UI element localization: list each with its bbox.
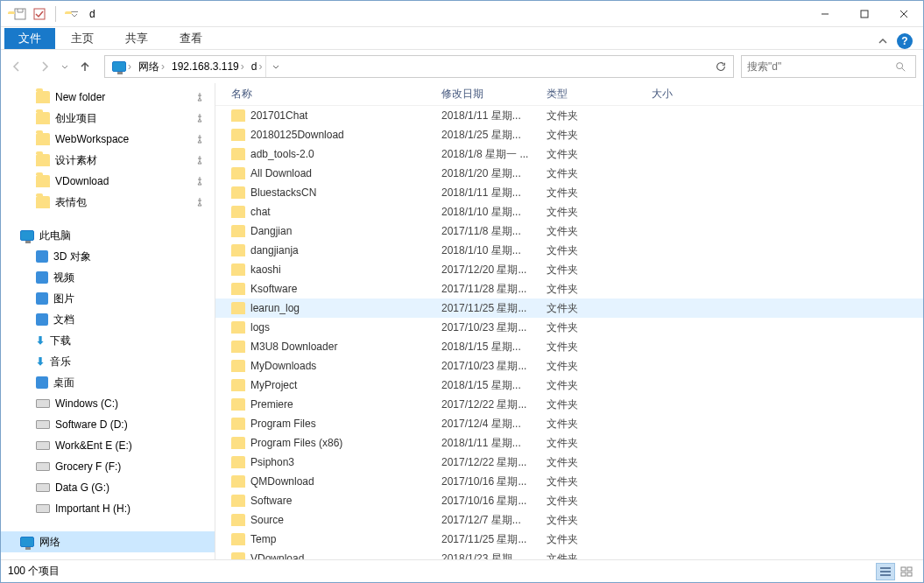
list-item[interactable]: Dangjian2017/11/8 星期...文件夹 <box>215 221 923 241</box>
list-item[interactable]: logs2017/10/23 星期...文件夹 <box>215 318 923 337</box>
list-item[interactable]: Psiphon32017/12/22 星期...文件夹 <box>215 453 923 472</box>
list-item[interactable]: chat2018/1/10 星期...文件夹 <box>215 202 923 221</box>
thispc-item[interactable]: Grocery F (F:) <box>1 456 215 477</box>
folder-icon <box>231 533 245 545</box>
breadcrumb[interactable]: › 网络› 192.168.3.119› d› <box>104 55 734 78</box>
breadcrumb-dropdown-icon[interactable] <box>265 56 285 77</box>
list-item[interactable]: kaoshi2017/12/20 星期...文件夹 <box>215 260 923 279</box>
tab-file[interactable]: 文件 <box>4 28 55 49</box>
list-item[interactable]: Program Files (x86)2018/1/11 星期...文件夹 <box>215 433 923 453</box>
list-item[interactable]: 201701Chat2018/1/11 星期...文件夹 <box>215 106 923 125</box>
up-button[interactable] <box>73 55 97 78</box>
item-label: 此电脑 <box>39 228 71 243</box>
breadcrumb-seg-0[interactable]: 网络› <box>135 56 168 77</box>
thispc-item[interactable]: ⬇下载 <box>1 330 215 351</box>
quickaccess-item[interactable]: 创业项目 <box>1 108 215 129</box>
file-list[interactable]: 名称 修改日期 类型 大小 201701Chat2018/1/11 星期...文… <box>215 83 923 559</box>
searchbox[interactable] <box>741 55 916 78</box>
list-item[interactable]: MyDownloads2017/10/23 星期...文件夹 <box>215 356 923 376</box>
col-type[interactable]: 类型 <box>540 87 645 102</box>
quickaccess-item[interactable]: WebWorkspace <box>1 129 215 150</box>
item-date: 2017/11/25 星期... <box>434 532 540 547</box>
view-icons-button[interactable] <box>897 563 916 580</box>
list-item[interactable]: VDownload2018/1/23 星期...文件夹 <box>215 549 923 559</box>
thispc-item[interactable]: Important H (H:) <box>1 498 215 519</box>
thispc-item[interactable]: 桌面 <box>1 372 215 393</box>
breadcrumb-seg-2[interactable]: d› <box>248 56 266 77</box>
list-item[interactable]: Program Files2017/12/4 星期...文件夹 <box>215 414 923 433</box>
breadcrumb-seg-1[interactable]: 192.168.3.119› <box>168 56 248 77</box>
quickaccess-item[interactable]: VDownload <box>1 171 215 192</box>
list-item[interactable]: QMDownload2017/10/16 星期...文件夹 <box>215 472 923 491</box>
library-icon <box>36 313 48 326</box>
refresh-button[interactable] <box>709 56 733 77</box>
tab-share[interactable]: 共享 <box>109 28 164 49</box>
ribbon-collapse-icon[interactable] <box>878 36 888 46</box>
list-item[interactable]: Source2017/12/7 星期...文件夹 <box>215 510 923 530</box>
item-date: 2018/1/15 星期... <box>434 340 540 355</box>
back-button[interactable] <box>4 55 29 78</box>
item-name: Program Files (x86) <box>250 437 342 449</box>
qat-dropdown-icon[interactable] <box>70 10 79 18</box>
view-details-button[interactable] <box>876 563 895 580</box>
breadcrumb-network-icon[interactable]: › <box>109 56 135 77</box>
statusbar: 100 个项目 <box>1 559 923 582</box>
tab-view[interactable]: 查看 <box>164 28 218 49</box>
forward-button[interactable] <box>32 55 57 78</box>
list-item[interactable]: learun_log2017/11/25 星期...文件夹 <box>215 299 923 318</box>
thispc-item[interactable]: Software D (D:) <box>1 414 215 435</box>
thispc-item[interactable]: Windows (C:) <box>1 393 215 414</box>
qat-check-icon[interactable] <box>32 7 46 21</box>
network-node[interactable]: 网络 <box>1 531 215 552</box>
thispc-item[interactable]: 视频 <box>1 267 215 288</box>
list-item[interactable]: MyProject2018/1/15 星期...文件夹 <box>215 376 923 395</box>
navigation-tree[interactable]: New folder创业项目WebWorkspace设计素材VDownload表… <box>1 83 215 559</box>
this-pc[interactable]: 此电脑 <box>1 225 215 246</box>
item-name: adb_tools-2.0 <box>250 148 314 160</box>
thispc-item[interactable]: 图片 <box>1 288 215 309</box>
list-item[interactable]: M3U8 Downloader2018/1/15 星期...文件夹 <box>215 337 923 356</box>
list-item[interactable]: 20180125Download2018/1/25 星期...文件夹 <box>215 125 923 144</box>
list-item[interactable]: All Download2018/1/20 星期...文件夹 <box>215 164 923 183</box>
help-button[interactable]: ? <box>897 33 913 49</box>
svg-rect-13 <box>907 567 912 571</box>
col-date[interactable]: 修改日期 <box>434 87 540 102</box>
search-icon[interactable] <box>894 60 915 73</box>
thispc-item[interactable]: ⬇音乐 <box>1 351 215 372</box>
thispc-item[interactable]: Work&Ent E (E:) <box>1 435 215 456</box>
maximize-button[interactable] <box>844 1 884 27</box>
network-icon <box>20 537 34 547</box>
list-item[interactable]: Ksoftware2017/11/28 星期...文件夹 <box>215 279 923 299</box>
history-dropdown-icon[interactable] <box>60 62 69 71</box>
minimize-button[interactable] <box>805 1 844 27</box>
folder-icon <box>231 552 245 559</box>
item-name: QMDownload <box>250 475 314 488</box>
thispc-item[interactable]: 文档 <box>1 309 215 330</box>
tab-home[interactable]: 主页 <box>55 28 109 49</box>
item-name: dangjianja <box>250 244 299 256</box>
qat-save-icon[interactable] <box>13 7 27 21</box>
list-item[interactable]: adb_tools-2.02018/1/8 星期一 ...文件夹 <box>215 144 923 164</box>
folder-icon <box>231 514 245 526</box>
list-item[interactable]: Software2017/10/16 星期...文件夹 <box>215 491 923 510</box>
search-input[interactable] <box>742 60 894 73</box>
list-item[interactable]: Temp2017/11/25 星期...文件夹 <box>215 530 923 549</box>
list-item[interactable]: dangjianja2018/1/10 星期...文件夹 <box>215 241 923 260</box>
item-date: 2017/12/22 星期... <box>434 397 540 412</box>
quickaccess-item[interactable]: New folder <box>1 87 215 108</box>
close-button[interactable] <box>884 1 923 27</box>
thispc-item[interactable]: 3D 对象 <box>1 246 215 267</box>
thispc-item[interactable]: Data G (G:) <box>1 477 215 498</box>
col-size[interactable]: 大小 <box>645 87 750 102</box>
item-date: 2017/11/8 星期... <box>434 224 540 239</box>
item-type: 文件夹 <box>540 436 645 451</box>
quickaccess-item[interactable]: 设计素材 <box>1 150 215 171</box>
quickaccess-item[interactable]: 表情包 <box>1 192 215 213</box>
col-name[interactable]: 名称 <box>215 87 434 102</box>
item-label: WebWorkspace <box>55 133 129 145</box>
list-item[interactable]: BluestacksCN2018/1/11 星期...文件夹 <box>215 183 923 202</box>
item-label: 文档 <box>53 313 74 327</box>
folder-icon <box>231 283 245 295</box>
library-icon <box>36 271 48 284</box>
list-item[interactable]: Premiere2017/12/22 星期...文件夹 <box>215 395 923 414</box>
